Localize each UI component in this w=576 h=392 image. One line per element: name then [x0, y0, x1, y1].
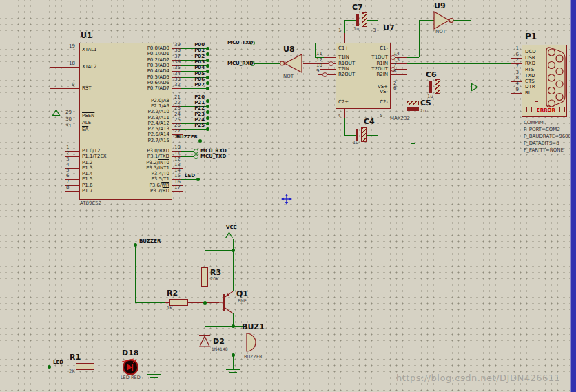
ground-symbol[interactable] [406, 138, 420, 138]
ground-symbol[interactable] [147, 374, 161, 375]
wire-segment[interactable] [181, 156, 194, 157]
buz1-value[interactable]: BUZZER [244, 355, 263, 360]
wire-segment[interactable] [471, 20, 471, 76]
u7-pin-stub[interactable] [327, 74, 336, 75]
c6-ref[interactable]: C6 [426, 70, 437, 79]
net-label[interactable]: BUZZER [139, 238, 161, 244]
u1-pin-stub[interactable] [67, 130, 79, 130]
net-label[interactable]: LED [156, 173, 195, 178]
u1-value[interactable]: AT89C52 [80, 200, 101, 206]
q1-value[interactable]: PNP [238, 299, 247, 305]
wire-segment[interactable] [181, 179, 196, 180]
terminal-dot[interactable] [196, 178, 200, 181]
u9-ref[interactable]: U9 [434, 1, 446, 10]
wire-segment[interactable] [49, 367, 72, 367]
net-label[interactable]: MCU_RXD [227, 61, 254, 66]
wire-segment[interactable] [205, 355, 247, 355]
ground-symbol[interactable] [229, 372, 237, 373]
terminal-dot[interactable] [206, 122, 209, 125]
wire-segment[interactable] [367, 135, 378, 136]
terminal-dot[interactable] [206, 99, 209, 103]
wire-segment[interactable] [419, 20, 420, 57]
not-gate-u9-icon[interactable] [433, 11, 455, 30]
p1-ref[interactable]: P1 [525, 32, 537, 41]
u1-pin-stub[interactable] [50, 50, 79, 50]
terminal-circle[interactable] [194, 154, 198, 159]
net-label[interactable]: P22 [165, 105, 205, 111]
u7-value[interactable]: MAX232 [390, 116, 410, 121]
terminal-dot[interactable] [206, 116, 209, 120]
u1-pin-stub[interactable] [50, 88, 79, 89]
capacitor-plate-polarized[interactable] [435, 79, 440, 94]
r2-value[interactable]: 1K [167, 306, 172, 311]
capacitor-plate[interactable] [429, 81, 432, 93]
ground-symbol[interactable] [152, 380, 156, 380]
junction-dot[interactable] [232, 249, 235, 252]
r1-body[interactable] [76, 363, 94, 370]
net-label[interactable]: VCC [226, 225, 237, 230]
wire-segment[interactable] [205, 250, 233, 251]
capacitor-plate[interactable] [356, 14, 359, 26]
wire-segment[interactable] [254, 43, 315, 43]
wire-segment[interactable] [99, 367, 122, 367]
c4-ref[interactable]: C4 [364, 117, 375, 126]
wire-segment[interactable] [181, 141, 198, 141]
terminal-dot[interactable] [206, 52, 209, 56]
terminal-dot[interactable] [206, 76, 209, 79]
terminal-dot[interactable] [206, 127, 209, 131]
r1-value[interactable]: 2K [69, 369, 74, 375]
wire-segment[interactable] [181, 129, 206, 130]
net-label[interactable]: P01 [165, 48, 205, 53]
wire-segment[interactable] [344, 20, 345, 33]
terminal-dot[interactable] [206, 47, 209, 50]
wire-segment[interactable] [135, 245, 136, 302]
buz1-ref[interactable]: BUZ1 [242, 322, 265, 331]
window-edge-strip[interactable] [570, 0, 576, 392]
u7-pin-stub[interactable] [391, 92, 407, 92]
ground-symbol[interactable] [411, 143, 415, 144]
u1-pin-stub[interactable] [65, 191, 79, 192]
terminal-dot[interactable] [206, 87, 209, 90]
u7-pin-stub[interactable] [391, 74, 407, 75]
wire-segment[interactable] [233, 355, 234, 369]
not-gate-u8-icon[interactable] [277, 54, 303, 73]
wire-segment[interactable] [154, 367, 154, 374]
u7-pin-stub[interactable] [344, 33, 345, 43]
u8-ref[interactable]: U8 [283, 45, 295, 54]
c4-value[interactable]: 1u [353, 141, 358, 146]
wire-segment[interactable] [407, 57, 419, 58]
wire-segment[interactable] [344, 135, 356, 136]
d18-ref[interactable]: D18 [122, 349, 138, 358]
u8-value[interactable]: NOT [283, 74, 294, 79]
db9-connector-icon[interactable] [545, 46, 568, 108]
r1-ref[interactable]: R1 [70, 353, 81, 362]
inversion-bubble[interactable] [329, 61, 333, 66]
q1-ref[interactable]: Q1 [236, 289, 248, 298]
wire-segment[interactable] [181, 151, 194, 152]
diode-icon[interactable] [198, 333, 211, 348]
terminal-dot[interactable] [206, 81, 209, 85]
wire-segment[interactable] [453, 20, 471, 21]
wire-segment[interactable] [205, 326, 247, 327]
wire-segment[interactable] [378, 118, 378, 135]
wire-segment[interactable] [181, 88, 206, 89]
junction-dot[interactable] [232, 353, 235, 357]
p1-pin-stub[interactable] [511, 93, 522, 94]
capacitor-plate-polarized[interactable] [407, 101, 419, 105]
wire-segment[interactable] [407, 92, 413, 92]
junction-dot[interactable] [203, 301, 207, 305]
u7-pin-stub[interactable] [324, 57, 336, 58]
u7-pin-stub[interactable] [320, 69, 336, 70]
c7-ref[interactable]: C7 [352, 3, 363, 12]
led-icon[interactable] [122, 358, 139, 376]
terminal-dot[interactable] [206, 110, 209, 114]
net-label[interactable]: MCU_TXD [227, 40, 253, 45]
d2-value[interactable]: 1N4148 [212, 347, 228, 351]
terminal-dot[interactable] [134, 243, 137, 247]
pnp-transistor-icon[interactable] [219, 287, 237, 316]
u7-pin-stub[interactable] [395, 69, 407, 70]
wire-segment[interactable] [419, 20, 435, 21]
u7-pin-stub[interactable] [378, 109, 378, 118]
u7-ref[interactable]: U7 [383, 23, 395, 32]
u1-pin-stub[interactable] [172, 191, 183, 192]
